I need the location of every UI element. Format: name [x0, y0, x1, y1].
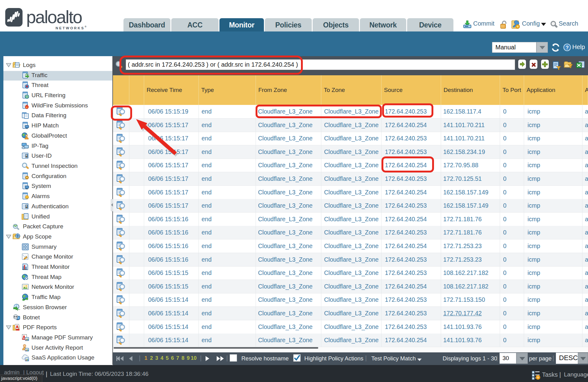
svg-text:?: ? [566, 45, 569, 50]
